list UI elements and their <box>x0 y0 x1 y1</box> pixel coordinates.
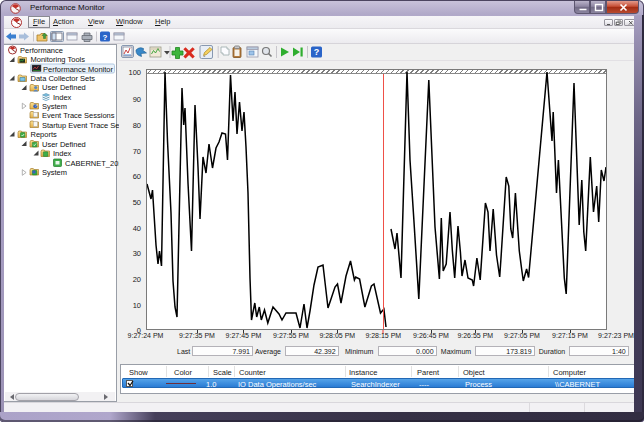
svg-text:?: ? <box>103 33 108 42</box>
svg-text:?: ? <box>314 47 320 57</box>
